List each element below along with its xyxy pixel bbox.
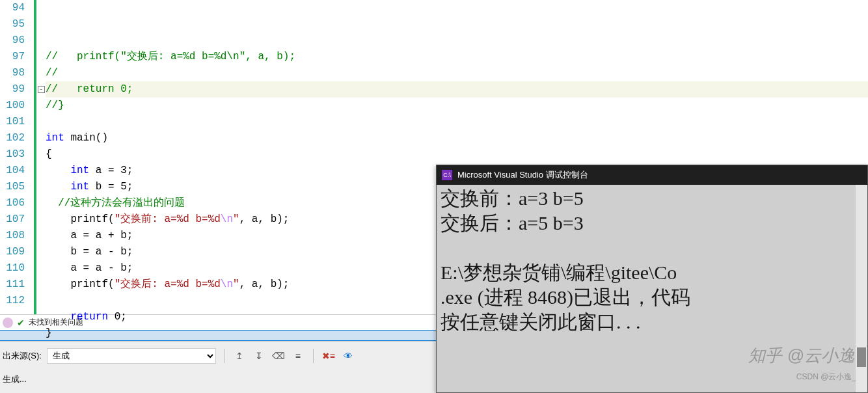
code-line[interactable]: a = a + b;: [46, 228, 868, 244]
fold-toggle: [36, 244, 46, 260]
code-area[interactable]: // printf("交换后: a=%d b=%d\n", a, b);////…: [46, 0, 868, 314]
line-number: 107: [0, 211, 25, 228]
line-number: 97: [0, 49, 25, 65]
line-number: 105: [0, 179, 25, 195]
fold-toggle: [36, 163, 46, 179]
fold-toggle: [36, 49, 46, 65]
code-line[interactable]: //}: [46, 98, 868, 114]
line-number: 99: [0, 81, 25, 98]
line-number-gutter: 9495969798991001011021031041051061071081…: [0, 0, 29, 314]
line-number: 110: [0, 260, 25, 277]
line-number: 102: [0, 130, 25, 146]
code-line[interactable]: b = a - b;: [46, 244, 868, 260]
code-line[interactable]: }: [46, 325, 868, 342]
line-number: 106: [0, 195, 25, 211]
code-line[interactable]: {: [46, 146, 868, 163]
line-number: 100: [0, 98, 25, 114]
code-line[interactable]: // printf("交换后: a=%d b=%d\n", a, b);: [46, 49, 868, 65]
line-number: 111: [0, 277, 25, 293]
lightbulb-icon[interactable]: [3, 318, 13, 328]
building-label: 生成...: [3, 374, 27, 384]
fold-toggle: [36, 195, 46, 211]
code-line[interactable]: [46, 342, 868, 358]
code-line[interactable]: return 0;: [46, 309, 868, 325]
fold-toggle: [36, 130, 46, 146]
code-line[interactable]: int b = 5;: [46, 179, 868, 195]
line-number: 108: [0, 228, 25, 244]
line-number: 109: [0, 244, 25, 260]
fold-toggle: [36, 179, 46, 195]
fold-toggle: [36, 33, 46, 49]
code-line[interactable]: [46, 114, 868, 130]
code-line[interactable]: int a = 3;: [46, 163, 868, 179]
code-editor[interactable]: 9495969798991001011021031041051061071081…: [0, 0, 868, 314]
code-line[interactable]: int main(): [46, 130, 868, 146]
line-number: 94: [0, 0, 25, 16]
fold-column[interactable]: -: [36, 0, 46, 314]
code-line[interactable]: printf("交换后: a=%d b=%d\n", a, b);: [46, 277, 868, 293]
code-line[interactable]: a = a - b;: [46, 260, 868, 277]
line-number: 98: [0, 65, 25, 81]
fold-toggle: [36, 228, 46, 244]
fold-toggle: [36, 98, 46, 114]
check-icon: ✔: [17, 318, 25, 328]
fold-toggle: [36, 211, 46, 228]
fold-toggle: [36, 277, 46, 293]
fold-toggle: [36, 16, 46, 33]
code-line[interactable]: [46, 293, 868, 309]
fold-toggle: [36, 65, 46, 81]
line-number: 104: [0, 163, 25, 179]
fold-toggle: [36, 114, 46, 130]
line-number: 103: [0, 146, 25, 163]
fold-toggle: [36, 146, 46, 163]
change-stripe: [29, 0, 36, 314]
line-number: 95: [0, 16, 25, 33]
line-number: 112: [0, 293, 25, 309]
fold-toggle: [36, 260, 46, 277]
output-source-label: 出来源(S):: [3, 350, 42, 362]
fold-toggle: [36, 293, 46, 309]
code-line[interactable]: //: [46, 65, 868, 81]
code-line[interactable]: //这种方法会有溢出的问题: [46, 195, 868, 211]
line-number: 101: [0, 114, 25, 130]
code-line[interactable]: // return 0;: [46, 81, 868, 98]
line-number: 96: [0, 33, 25, 49]
code-line[interactable]: printf("交换前: a=%d b=%d\n", a, b);: [46, 211, 868, 228]
fold-toggle[interactable]: -: [36, 81, 46, 98]
fold-toggle: [36, 0, 46, 16]
